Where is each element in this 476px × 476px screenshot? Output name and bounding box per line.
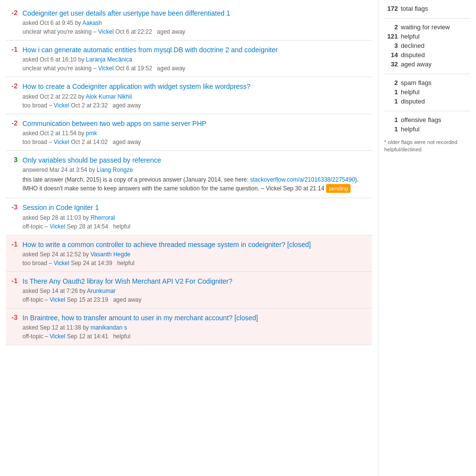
post-item: -2Communication between two web apps on … <box>6 114 372 151</box>
post-author[interactable]: Rherroral <box>90 214 115 221</box>
post-title[interactable]: How to write a common controller to achi… <box>22 240 311 249</box>
vote-count: -2 <box>6 82 18 90</box>
total-flags-label: total flags <box>401 5 470 12</box>
post-header: -1Is There Any Oauth2 libray for Wish Me… <box>6 277 372 286</box>
sidebar-row-1-1: 1helpful <box>384 87 470 97</box>
sidebar-count: 2 <box>384 23 398 31</box>
sidebar-section-2: 1offensive flags1helpful <box>384 115 470 134</box>
sidebar-row-0-0: 2waiting for review <box>384 22 470 32</box>
sidebar-label: disputed <box>401 98 470 105</box>
status-by[interactable]: Vickel <box>54 102 69 109</box>
post-comment: this late answer (March, 2015) is a copy… <box>22 175 372 193</box>
post-title[interactable]: How i can generate automatic entities fr… <box>22 45 278 54</box>
post-title[interactable]: Is There Any Oauth2 libray for Wish Merc… <box>22 277 232 286</box>
sidebar-note: * older flags were not recorded helpful/… <box>384 139 470 154</box>
post-title[interactable]: Only variables should be passed by refer… <box>22 156 161 165</box>
sidebar-count: 1 <box>384 116 398 124</box>
sidebar-section-0: 2waiting for review121helpful3declined14… <box>384 22 470 69</box>
comment-link[interactable]: stackoverflow.com/a/21016338/2275490 <box>250 176 355 183</box>
post-item: -1How to write a common controller to ac… <box>6 235 372 272</box>
post-header: -1How to write a common controller to ac… <box>6 240 372 249</box>
post-title[interactable]: Session in Code Igniter 1 <box>22 203 99 212</box>
post-author[interactable]: pmk <box>86 130 97 137</box>
post-author[interactable]: Aakash <box>83 20 102 26</box>
post-title[interactable]: Codeigniter get user details after usert… <box>22 9 230 18</box>
post-author[interactable]: Liang Rongze <box>97 166 133 173</box>
status-by[interactable]: Vickel <box>50 333 65 340</box>
sidebar-row-0-1: 121helpful <box>384 32 470 41</box>
sidebar-row-2-0: 1offensive flags <box>384 115 470 124</box>
post-meta: asked Sep 14 at 7:26 by Arunkumar <box>22 288 372 294</box>
sidebar-label: waiting for review <box>401 23 470 31</box>
vote-count: -2 <box>6 119 18 127</box>
post-title[interactable]: In Braintree, how to transfer amount to … <box>22 313 258 322</box>
sidebar-label: declined <box>401 42 470 49</box>
sidebar-row-1-2: 1disputed <box>384 97 470 106</box>
post-status: off-topic – Vickel Sep 28 at 14:54 helpf… <box>22 223 372 230</box>
post-item: -1How i can generate automatic entities … <box>6 41 372 77</box>
total-flags-count: 172 <box>384 5 398 12</box>
sidebar-label: aged away <box>401 61 470 68</box>
post-author[interactable]: Arunkumar <box>87 288 116 294</box>
post-author[interactable]: Vasanth Hegde <box>90 251 130 258</box>
post-item: -3In Braintree, how to transfer amount t… <box>6 309 372 345</box>
post-status: off-topic – Vickel Sep 15 at 23:19 aged … <box>22 296 372 303</box>
sidebar-row-0-4: 32aged away <box>384 60 470 69</box>
post-item: -3Session in Code Igniter 1asked Sep 28 … <box>6 198 372 235</box>
post-meta: answered Mar 24 at 3:54 by Liang Rongze <box>22 166 372 173</box>
status-by[interactable]: Vickel <box>54 139 69 145</box>
vote-count: -1 <box>6 277 18 285</box>
post-item: -1Is There Any Oauth2 libray for Wish Me… <box>6 272 372 309</box>
post-status: unclear what you're asking – Vickel Oct … <box>22 28 372 35</box>
pending-badge: pending <box>326 184 350 193</box>
post-meta: asked Oct 6 at 9:45 by Aakash <box>22 20 372 26</box>
post-author[interactable]: Laranja Mecânica <box>86 56 132 63</box>
sidebar-count: 1 <box>384 98 398 105</box>
vote-count: -3 <box>6 203 18 211</box>
post-meta: asked Oct 6 at 16:10 by Laranja Mecânica <box>22 56 372 63</box>
post-status: off-topic – Vickel Sep 12 at 14:41 helpf… <box>22 333 372 340</box>
post-status: too broad – Vickel Oct 2 at 14:02 aged a… <box>22 139 372 145</box>
post-title[interactable]: Communication between two web apps on sa… <box>22 119 207 128</box>
sidebar-label: spam flags <box>401 79 470 86</box>
post-status: too broad – Vickel Sep 24 at 14:39 helpf… <box>22 260 372 267</box>
vote-count: -2 <box>6 9 18 17</box>
sidebar-label: helpful <box>401 33 470 40</box>
sidebar-count: 1 <box>384 88 398 96</box>
vote-count: -1 <box>6 45 18 53</box>
sidebar-label: offensive flags <box>401 116 470 124</box>
main-content: -2Codeigniter get user details after use… <box>0 0 378 476</box>
sidebar-count: 1 <box>384 125 398 133</box>
sidebar-row-2-1: 1helpful <box>384 124 470 134</box>
vote-count: -3 <box>6 313 18 321</box>
post-header: -3In Braintree, how to transfer amount t… <box>6 313 372 322</box>
status-by[interactable]: Vickel <box>98 65 114 72</box>
post-header: 3Only variables should be passed by refe… <box>6 156 372 165</box>
post-status: unclear what you're asking – Vickel Oct … <box>22 65 372 72</box>
sidebar: 172total flags2waiting for review121help… <box>378 0 476 476</box>
post-header: -2Codeigniter get user details after use… <box>6 9 372 18</box>
post-item: -2How to create a Codeigniter applicatio… <box>6 77 372 114</box>
post-header: -3Session in Code Igniter 1 <box>6 203 372 212</box>
sidebar-count: 121 <box>384 33 398 40</box>
sidebar-row-0-3: 14disputed <box>384 50 470 60</box>
sidebar-count: 3 <box>384 42 398 49</box>
post-header: -1How i can generate automatic entities … <box>6 45 372 54</box>
vote-count: 3 <box>6 156 18 164</box>
status-by[interactable]: Vickel <box>50 223 65 230</box>
post-item: 3Only variables should be passed by refe… <box>6 151 372 199</box>
status-by[interactable]: Vickel <box>50 296 65 303</box>
sidebar-label: helpful <box>401 88 470 96</box>
post-author[interactable]: manikandan s <box>90 324 127 331</box>
vote-count: -1 <box>6 240 18 248</box>
post-header: -2How to create a Codeigniter applicatio… <box>6 82 372 91</box>
post-meta: asked Sep 24 at 12:52 by Vasanth Hegde <box>22 251 372 258</box>
sidebar-label: helpful <box>401 125 470 133</box>
post-meta: asked Sep 28 at 11:03 by Rherroral <box>22 214 372 221</box>
status-by[interactable]: Vickel <box>54 260 69 267</box>
post-author[interactable]: Alok Kumar Nikhil <box>85 93 132 100</box>
post-meta: asked Sep 12 at 11:38 by manikandan s <box>22 324 372 331</box>
sidebar-row-0-2: 3declined <box>384 41 470 50</box>
status-by[interactable]: Vickel <box>98 28 114 35</box>
post-title[interactable]: How to create a Codeigniter application … <box>22 82 250 91</box>
